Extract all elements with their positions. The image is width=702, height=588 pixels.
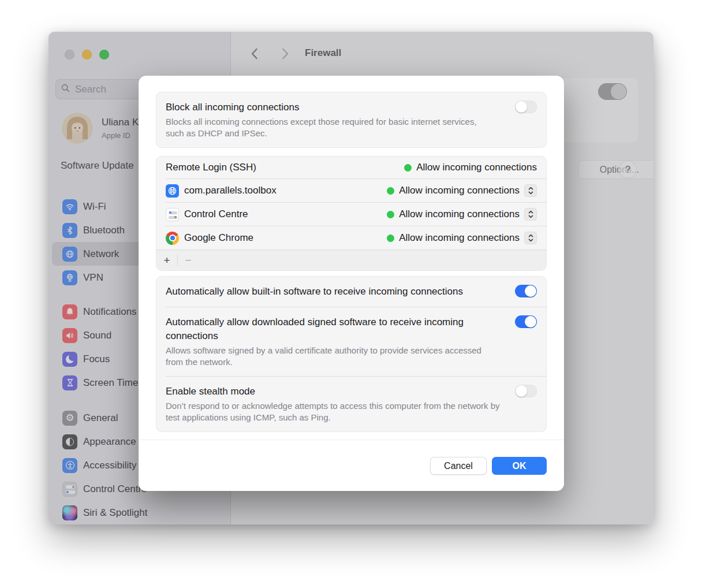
builtin-software-row: Automatically allow built-in software to… — [156, 277, 546, 307]
status-stepper[interactable] — [524, 184, 537, 197]
status-stepper[interactable] — [524, 232, 537, 244]
status-green-dot — [387, 187, 394, 195]
signed-software-toggle[interactable] — [515, 315, 537, 328]
screen: Uliana K Apple ID Software Update Wi-Fi … — [0, 0, 702, 588]
status-green-dot — [404, 164, 412, 172]
cancel-button[interactable]: Cancel — [430, 457, 487, 475]
rules-card: Remote Login (SSH) Allow incoming connec… — [156, 156, 547, 271]
firewall-options-dialog: Block all incoming connections Blocks al… — [139, 76, 564, 491]
remove-rule-button[interactable]: − — [178, 250, 199, 271]
block-all-card: Block all incoming connections Blocks al… — [156, 92, 547, 148]
signed-software-title: Automatically allow downloaded signed so… — [166, 315, 480, 343]
add-rule-button[interactable]: + — [156, 250, 177, 271]
signed-software-row: Automatically allow downloaded signed so… — [156, 307, 546, 376]
app-name: Google Chrome — [184, 232, 253, 244]
google-chrome-icon — [166, 232, 179, 245]
status-stepper[interactable] — [524, 208, 537, 221]
service-status: Allow incoming connections — [416, 162, 537, 173]
app-row: Google Chrome Allow incoming connections — [156, 226, 546, 250]
builtin-software-title: Automatically allow built-in software to… — [166, 285, 480, 299]
stealth-mode-description: Don’t respond to or acknowledge attempts… — [166, 400, 512, 423]
app-status: Allow incoming connections — [399, 185, 520, 196]
stealth-mode-toggle[interactable] — [515, 385, 537, 397]
parallels-toolbox-icon — [166, 184, 179, 198]
stealth-mode-row: Enable stealth mode Don’t respond to or … — [156, 377, 546, 431]
app-row: Control Centre Allow incoming connection… — [156, 203, 546, 226]
block-all-description: Blocks all incoming connections except t… — [166, 116, 492, 139]
ok-button[interactable]: OK — [492, 457, 547, 475]
app-name: com.parallels.toolbox — [184, 185, 277, 196]
signed-software-description: Allows software signed by a valid certif… — [166, 345, 501, 368]
list-footer: + − — [156, 250, 546, 270]
block-all-toggle[interactable] — [515, 101, 537, 113]
status-green-dot — [387, 211, 394, 218]
service-row: Remote Login (SSH) Allow incoming connec… — [156, 157, 546, 178]
builtin-software-toggle[interactable] — [515, 285, 537, 297]
app-status: Allow incoming connections — [399, 209, 520, 220]
control-centre-app-icon — [166, 208, 179, 221]
options-card: Automatically allow built-in software to… — [156, 276, 547, 432]
block-all-title: Block all incoming connections — [166, 101, 489, 114]
dialog-footer: Cancel OK — [139, 440, 564, 491]
service-name: Remote Login (SSH) — [166, 162, 256, 173]
app-status: Allow incoming connections — [399, 232, 520, 244]
stealth-mode-title: Enable stealth mode — [166, 385, 489, 399]
app-row: com.parallels.toolbox Allow incoming con… — [156, 179, 546, 202]
app-name: Control Centre — [184, 209, 248, 220]
status-green-dot — [387, 235, 394, 242]
